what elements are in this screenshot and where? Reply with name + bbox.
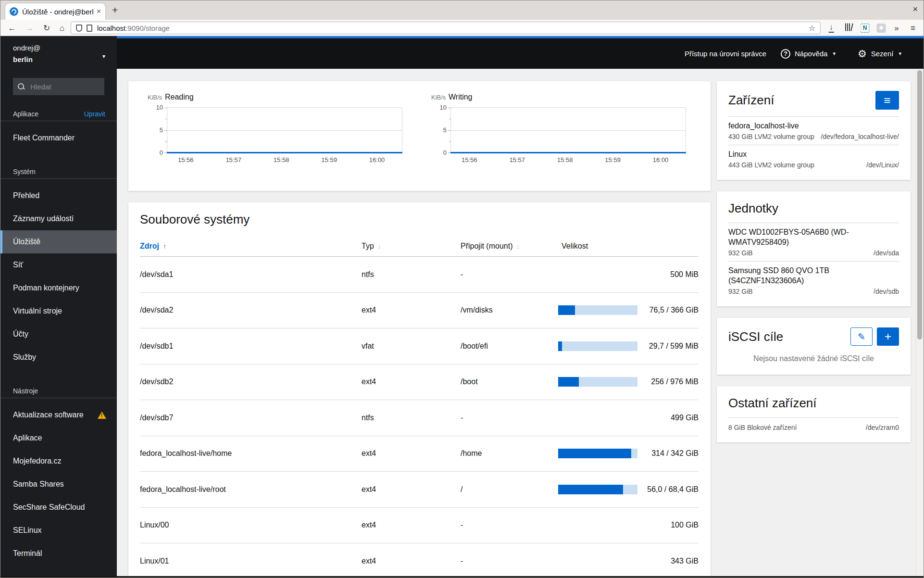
chart-plot-area <box>450 107 686 152</box>
url-text[interactable]: localhost:9090/storage <box>97 24 809 32</box>
chart-writing: KiB/sWriting105015:5615:5715:5815:5916:0… <box>431 81 700 191</box>
sidebar-edit-link[interactable]: Upravit <box>84 110 105 118</box>
device-details: 443 GiB LVM2 volume group/dev/Linux/ <box>728 161 899 169</box>
list-item[interactable]: WDC WD1002FBYS-05A6B0 (WD-WMATV9258409)9… <box>728 223 899 261</box>
other-devices-card: Ostatní zařízení 8 GiB Blokové zařízení/… <box>717 386 911 442</box>
device-path: /dev/zram0 <box>866 424 899 431</box>
devices-menu-button[interactable]: ≡ <box>875 91 899 110</box>
cell-mount: - <box>461 557 558 565</box>
device-details: 932 GiB/dev/sdb <box>728 288 899 295</box>
menu-icon[interactable]: ≡ <box>911 24 915 32</box>
sidebar-item-ucty[interactable]: Účty <box>0 323 117 346</box>
tab-close-icon[interactable]: × <box>97 8 101 15</box>
sidebar-item-label: Úložiště <box>13 238 40 246</box>
downloads-icon[interactable]: ↓ <box>829 23 834 33</box>
sidebar-item-mojefedora-cz[interactable]: Mojefedora.cz <box>0 450 117 473</box>
admin-access-button[interactable]: Přístup na úrovni správce <box>685 50 766 58</box>
sidebar-item-label: Aktualizace software <box>13 411 84 419</box>
table-row[interactable]: Linux/01ext4-343 GiB <box>140 543 699 577</box>
sidebar-item-zaznamy-udalosti[interactable]: Záznamy událostí <box>0 207 117 230</box>
new-tab-button[interactable]: + <box>112 4 118 16</box>
table-row[interactable]: /dev/sdb2ext4/boot256 / 976 MiB <box>140 364 699 401</box>
scrollbar[interactable] <box>916 69 923 576</box>
y-axis-tick <box>164 130 167 131</box>
column-header-mount[interactable]: Připojit (mount)↕ <box>461 242 558 251</box>
bookmark-star-icon[interactable]: ☆ <box>809 24 815 33</box>
cell-source: /dev/sda1 <box>140 270 362 279</box>
column-header-source[interactable]: Zdroj↑ <box>140 242 362 251</box>
sidebar-item-sit[interactable]: Síť <box>0 253 117 276</box>
device-path: /dev/sdb <box>874 288 899 295</box>
gridline <box>167 130 402 131</box>
sidebar-item-prehled[interactable]: Přehled <box>0 184 117 207</box>
sidebar-item-sluzby[interactable]: Služby <box>0 346 117 369</box>
table-row[interactable]: /dev/sda2ext4/vm/disks76,5 / 366 GiB <box>140 293 699 329</box>
overflow-icon[interactable]: » <box>894 24 899 32</box>
shield-icon[interactable] <box>76 25 82 32</box>
sidebar-section-system: SystémPřehledZáznamy událostíÚložištěSíť… <box>0 165 117 369</box>
sidebar-item-fleet-commander[interactable]: Fleet Commander <box>0 126 117 150</box>
chart-header: KiB/sWriting <box>431 93 473 101</box>
url-bar[interactable]: localhost:9090/storage ☆ <box>71 22 821 34</box>
drives-card: Jednotky WDC WD1002FBYS-05A6B0 (WD-WMATV… <box>717 191 911 306</box>
x-tick-label: 15:59 <box>605 156 621 163</box>
table-row[interactable]: /dev/sdb1vfat/boot/efi29,7 / 599 MiB <box>140 328 699 364</box>
table-row[interactable]: fedora_localhost-live/homeext4/home314 /… <box>140 436 699 472</box>
table-row[interactable]: Linux/00ext4-100 GiB <box>140 508 699 544</box>
sidebar-item-samba-shares[interactable]: Samba Shares <box>0 473 117 496</box>
sidebar-section-label: Nástroje <box>13 387 38 395</box>
sidebar-item-uloziste[interactable]: Úložiště <box>0 230 117 253</box>
table-row[interactable]: /dev/sda1ntfs-500 MiB <box>140 257 699 293</box>
column-header-type[interactable]: Typ↕ <box>362 242 461 251</box>
home-icon[interactable]: ⌂ <box>60 24 64 32</box>
session-menu[interactable]: ⚙ Sezení ▾ <box>858 49 901 59</box>
usage-bar-fill <box>558 341 562 351</box>
iscsi-add-button[interactable]: + <box>877 327 899 346</box>
sidebar-item-aplikace[interactable]: Aplikace <box>0 427 117 450</box>
extension-icon[interactable]: ✱ <box>877 23 886 33</box>
sidebar-item-virtualni-stroje[interactable]: Virtuální stroje <box>0 300 117 323</box>
y-tick-label: 5 <box>443 126 447 134</box>
y-tick-label: 5 <box>160 126 163 134</box>
device-name: Linux <box>728 149 899 159</box>
sidebar-item-selinux[interactable]: SELinux <box>0 519 117 542</box>
sidebar-item-podman-kontejnery[interactable]: Podman kontejnery <box>0 276 117 300</box>
table-row[interactable]: fedora_localhost-live/rootext4/56,0 / 68… <box>140 472 699 508</box>
browser-titlebar: Úložiště - ondrej@berlin × + × <box>0 0 924 20</box>
device-name: WDC WD1002FBYS-05A6B0 (WD-WMATV9258409) <box>728 227 899 247</box>
window-close-icon[interactable]: × <box>912 5 918 13</box>
device-details: 430 GiB LVM2 volume group/dev/fedora_loc… <box>728 133 899 140</box>
list-item[interactable]: Samsung SSD 860 QVO 1TB (S4CZNF1N323606A… <box>728 261 899 300</box>
cell-size: 314 / 342 GiB <box>637 449 699 458</box>
reload-icon[interactable]: ↻ <box>43 24 50 32</box>
scrollbar-thumb[interactable] <box>917 70 922 339</box>
list-item[interactable]: Linux443 GiB LVM2 volume group/dev/Linux… <box>728 145 899 173</box>
forward-icon[interactable]: → <box>25 24 34 32</box>
window-bottom-border <box>0 576 924 578</box>
iscsi-edit-button[interactable]: ✎ <box>850 327 873 346</box>
list-item[interactable]: 8 GiB Blokové zařízení/dev/zram0 <box>728 417 899 436</box>
list-item[interactable]: fedora_localhost-live430 GiB LVM2 volume… <box>728 116 899 145</box>
browser-tab[interactable]: Úložiště - ondrej@berlin × <box>5 3 105 20</box>
sidebar-section-items: Aktualizace softwareAplikaceMojefedora.c… <box>0 398 117 565</box>
library-icon[interactable] <box>845 23 852 32</box>
sidebar-item-secshare-safecloud[interactable]: SecShare SafeCloud <box>0 496 117 519</box>
table-row[interactable]: /dev/sdb7ntfs-499 GiB <box>140 400 699 436</box>
y-axis-tick <box>165 119 167 119</box>
page-info-icon[interactable] <box>87 25 92 32</box>
device-size-label: 430 GiB LVM2 volume group <box>728 133 814 140</box>
user-menu[interactable]: ondrej@ berlin ▾ <box>0 36 117 65</box>
extension-n-icon[interactable]: N <box>861 23 870 33</box>
cell-mount: /home <box>461 449 558 458</box>
search-input[interactable] <box>29 82 100 91</box>
chart-body: 1050 <box>431 107 686 152</box>
edit-icon: ✎ <box>858 331 865 342</box>
back-icon[interactable]: ← <box>8 24 16 32</box>
help-menu[interactable]: ? Nápověda ▾ <box>781 49 836 59</box>
sidebar-item-aktualizace-software[interactable]: Aktualizace software <box>0 403 117 427</box>
sidebar-search[interactable] <box>13 78 104 95</box>
chevron-down-icon: ▾ <box>833 50 836 57</box>
usage-bar-fill <box>558 377 579 387</box>
chart-title: Writing <box>449 93 473 101</box>
sidebar-item-terminal[interactable]: Terminál <box>0 542 117 565</box>
